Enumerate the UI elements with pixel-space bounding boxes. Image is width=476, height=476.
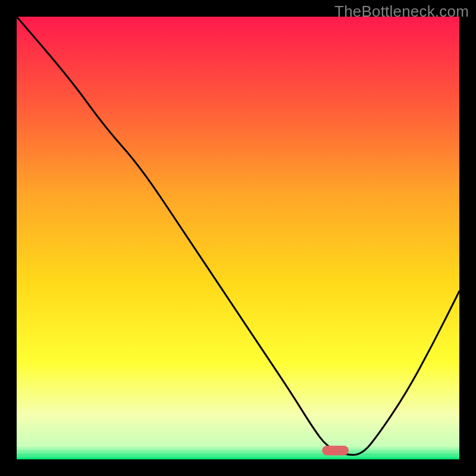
chart-svg (0, 0, 476, 476)
band-line (17, 441, 459, 442)
bottleneck-chart: TheBottleneck.com (0, 0, 476, 476)
band-line (17, 456, 459, 456)
band-line (17, 424, 459, 424)
chart-background (17, 17, 459, 459)
optimal-point (322, 446, 349, 455)
band-line (17, 452, 459, 453)
band-line (17, 445, 459, 446)
band-line (17, 431, 459, 431)
watermark-text: TheBottleneck.com (334, 2, 469, 21)
band-line (17, 434, 459, 435)
band-line (17, 427, 459, 428)
band-line (17, 449, 459, 449)
band-line (17, 438, 459, 439)
